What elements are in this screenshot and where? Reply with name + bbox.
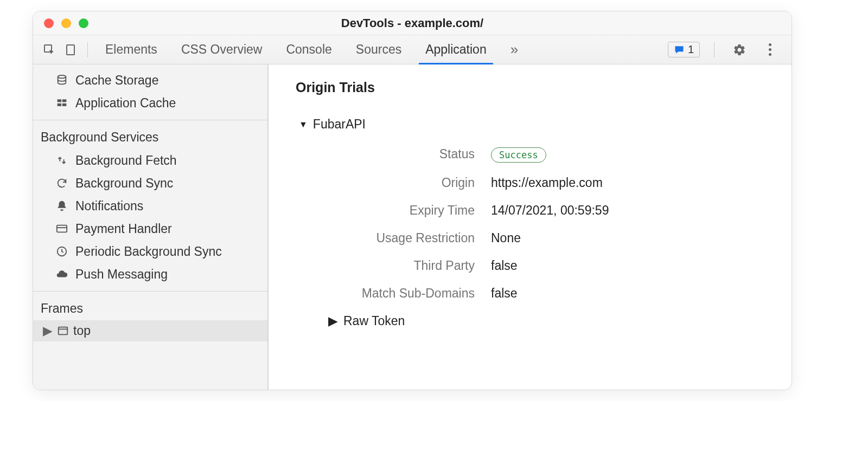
origin-label: Origin: [301, 176, 475, 190]
tab-elements[interactable]: Elements: [93, 35, 169, 64]
kebab-menu-icon[interactable]: [759, 40, 781, 60]
tab-css-overview[interactable]: CSS Overview: [169, 35, 275, 64]
svg-rect-1: [67, 45, 74, 55]
sidebar-item-notifications[interactable]: Notifications: [33, 195, 267, 217]
sidebar-item-periodic-background-sync[interactable]: Periodic Background Sync: [33, 240, 267, 263]
devtools-window: DevTools - example.com/ Elements CSS Ove…: [33, 11, 792, 390]
status-success-pill: Success: [491, 147, 546, 163]
usage-restriction-label: Usage Restriction: [301, 231, 475, 245]
expiry-value: 14/07/2021, 00:59:59: [491, 203, 764, 218]
tab-console[interactable]: Console: [274, 35, 343, 64]
tab-sources[interactable]: Sources: [344, 35, 413, 64]
frame-label: top: [73, 324, 91, 338]
svg-rect-6: [58, 104, 62, 106]
match-sub-domains-label: Match Sub-Domains: [301, 286, 475, 301]
usage-restriction-value: None: [491, 231, 764, 245]
expiry-label: Expiry Time: [301, 203, 475, 218]
svg-rect-5: [62, 99, 67, 102]
raw-token-item[interactable]: ▶ Raw Token: [296, 314, 764, 328]
sidebar-item-cache-storage[interactable]: Cache Storage: [33, 69, 267, 92]
issues-badge[interactable]: 1: [668, 42, 700, 57]
titlebar: DevTools - example.com/: [33, 11, 792, 35]
clock-icon: [55, 244, 69, 258]
svg-rect-2: [69, 44, 72, 45]
svg-rect-4: [58, 99, 62, 102]
issues-count: 1: [688, 43, 694, 56]
sidebar-section-frames: Frames: [33, 291, 267, 320]
application-sidebar: Cache Storage Application Cache Backgrou…: [33, 64, 269, 390]
sidebar-item-label: Cache Storage: [75, 73, 158, 88]
origin-trials-heading: Origin Trials: [296, 80, 764, 95]
trial-item[interactable]: ▼ FubarAPI: [296, 117, 764, 132]
bell-icon: [55, 199, 69, 213]
sidebar-item-label: Application Cache: [75, 96, 176, 111]
sync-icon: [55, 176, 69, 190]
cloud-icon: [55, 267, 69, 281]
sidebar-section-background-services: Background Services: [33, 120, 267, 149]
tab-application[interactable]: Application: [413, 35, 499, 64]
status-value: Success: [491, 147, 764, 163]
sidebar-item-label: Periodic Background Sync: [75, 244, 222, 259]
sidebar-item-frame-top[interactable]: ▶ top: [33, 320, 267, 341]
content-pane: Origin Trials ▼ FubarAPI Status Success …: [269, 64, 792, 390]
svg-point-3: [58, 75, 66, 79]
message-icon: [674, 44, 685, 55]
sidebar-item-label: Background Sync: [75, 176, 173, 191]
match-sub-domains-value: false: [491, 286, 764, 301]
more-tabs-icon[interactable]: »: [499, 35, 530, 64]
sidebar-item-application-cache[interactable]: Application Cache: [33, 92, 267, 114]
settings-icon[interactable]: [729, 40, 750, 60]
window-title: DevTools - example.com/: [33, 16, 792, 30]
sidebar-item-label: Payment Handler: [75, 222, 172, 236]
credit-card-icon: [55, 222, 69, 236]
sidebar-item-background-sync[interactable]: Background Sync: [33, 172, 267, 195]
sidebar-item-background-fetch[interactable]: Background Fetch: [33, 149, 267, 172]
toolbar-separator: [87, 42, 88, 57]
frame-icon: [57, 325, 69, 337]
sidebar-item-label: Background Fetch: [75, 153, 177, 168]
device-toolbar-icon[interactable]: [60, 40, 82, 60]
third-party-value: false: [491, 258, 764, 273]
sidebar-item-push-messaging[interactable]: Push Messaging: [33, 263, 267, 286]
sidebar-item-payment-handler[interactable]: Payment Handler: [33, 217, 267, 240]
sidebar-item-label: Notifications: [75, 199, 143, 214]
expand-triangle-down-icon: ▼: [299, 120, 308, 130]
toolbar-right: 1: [668, 40, 786, 60]
svg-rect-8: [57, 225, 67, 232]
trial-name: FubarAPI: [313, 117, 366, 132]
raw-token-label: Raw Token: [343, 314, 405, 328]
main-toolbar: Elements CSS Overview Console Sources Ap…: [33, 35, 792, 64]
origin-value: https://example.com: [491, 176, 764, 190]
svg-rect-7: [62, 104, 67, 106]
fetch-arrows-icon: [55, 153, 69, 167]
svg-rect-11: [59, 327, 68, 334]
expand-triangle-icon: ▶: [328, 314, 338, 328]
panel-tabs: Elements CSS Overview Console Sources Ap…: [93, 35, 668, 64]
status-label: Status: [301, 147, 475, 163]
inspect-element-icon[interactable]: [39, 40, 60, 60]
expand-triangle-icon: ▶: [43, 324, 53, 338]
sidebar-item-label: Push Messaging: [75, 267, 168, 282]
database-icon: [55, 73, 69, 87]
trial-details: Status Success Origin https://example.co…: [301, 147, 764, 301]
toolbar-separator-right: [714, 42, 714, 57]
grid-icon: [55, 96, 69, 110]
panel-body: Cache Storage Application Cache Backgrou…: [33, 64, 792, 390]
third-party-label: Third Party: [301, 258, 475, 273]
